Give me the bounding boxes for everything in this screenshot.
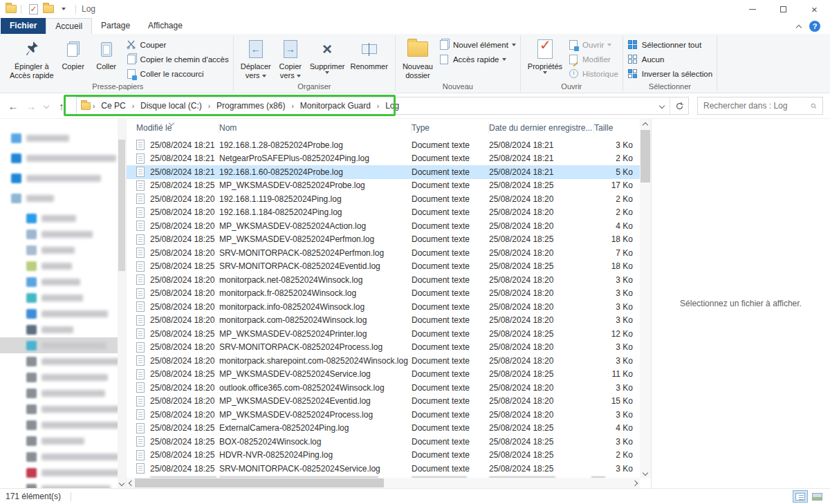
paste-shortcut-button[interactable]: Coller le raccourci — [126, 66, 229, 81]
close-button[interactable]: × — [799, 0, 830, 18]
file-row[interactable]: 25/08/2024 18:20monitorpack.sharepoint.c… — [127, 354, 640, 368]
sidebar-item[interactable] — [0, 465, 126, 480]
sidebar-item[interactable] — [0, 449, 126, 465]
address-bar[interactable]: ›Ce PC›Disque local (C:)›Programmes (x86… — [76, 97, 689, 115]
column-header-saved-date[interactable]: Date du dernier enregistre... — [489, 122, 594, 133]
file-row[interactable]: 25/08/2024 18:25BOX-08252024Winsock.logD… — [127, 435, 640, 449]
column-header-size[interactable]: Taille — [594, 122, 636, 133]
breadcrumb-segment[interactable]: Programmes (x86) — [212, 99, 289, 113]
quick-access-button[interactable]: Accès rapide — [439, 52, 516, 66]
file-row[interactable]: 25/08/2024 18:20monitorpack.net-08252024… — [127, 273, 640, 287]
edit-button[interactable]: Modifier — [568, 52, 618, 66]
qat-customize-button[interactable] — [56, 2, 71, 16]
sidebar-item[interactable] — [0, 242, 126, 258]
paste-button[interactable]: Coller — [90, 36, 123, 71]
sidebar-item[interactable] — [0, 150, 126, 166]
sidebar-item[interactable] — [0, 130, 126, 146]
sidebar-item[interactable] — [0, 480, 126, 488]
file-row[interactable]: 25/08/2024 18:20SRV-MONITORPACK-08252024… — [127, 341, 640, 355]
breadcrumb-segment[interactable]: Log — [381, 99, 403, 113]
copy-button[interactable]: Copier — [57, 36, 90, 71]
search-box[interactable] — [697, 97, 823, 115]
new-folder-button[interactable]: Nouveau dossier — [400, 36, 436, 80]
select-none-button[interactable]: Aucun — [627, 52, 712, 66]
tab-fichier[interactable]: Fichier — [1, 18, 46, 34]
sidebar-item[interactable] — [0, 258, 126, 274]
sidebar-item[interactable] — [0, 170, 126, 186]
list-vertical-scrollbar[interactable] — [640, 119, 651, 478]
file-row[interactable]: 25/08/2024 18:25HDVR-NVR-08252024Ping.lo… — [127, 449, 640, 463]
select-all-button[interactable]: Sélectionner tout — [627, 37, 712, 52]
breadcrumb-segment[interactable]: Monitorpack Guard — [296, 99, 375, 113]
tab-partage[interactable]: Partage — [92, 18, 139, 34]
scroll-down-button[interactable] — [640, 467, 651, 478]
scroll-down-button[interactable] — [118, 478, 126, 488]
scrollbar-thumb[interactable] — [640, 130, 650, 183]
copy-path-button[interactable]: Copier le chemin d'accès — [126, 52, 229, 66]
file-row[interactable]: 25/08/2024 18:20monitorpack.com-08252024… — [127, 314, 640, 328]
qat-new-folder-button[interactable] — [41, 2, 56, 16]
recent-locations-button[interactable] — [42, 98, 51, 113]
minimize-button[interactable] — [737, 0, 768, 18]
sidebar-item[interactable] — [0, 290, 126, 306]
column-header-modified[interactable]: Modifié le — [136, 122, 219, 133]
copy-to-button[interactable]: → Copier vers — [274, 36, 307, 80]
delete-button[interactable]: × Supprimer — [307, 36, 348, 74]
list-horizontal-scrollbar[interactable] — [127, 478, 640, 488]
sidebar-item[interactable] — [0, 337, 126, 353]
file-row[interactable]: 25/08/2024 18:25MP_WKSMASDEV-08252024Pro… — [127, 179, 640, 193]
qat-properties-button[interactable] — [26, 2, 41, 16]
back-button[interactable]: ← — [6, 98, 21, 113]
breadcrumb-segment[interactable]: Ce PC — [97, 99, 129, 113]
invert-selection-button[interactable]: Inverser la sélection — [627, 66, 712, 81]
sidebar-item[interactable] — [0, 306, 126, 321]
file-row[interactable]: 25/08/2024 18:20monitorpack.info-0825202… — [127, 300, 640, 314]
file-row[interactable]: 25/08/2024 18:21NetgearProSAFEPlus-08252… — [127, 152, 640, 166]
sidebar-item[interactable] — [0, 401, 126, 417]
sidebar-item[interactable] — [0, 190, 126, 206]
scroll-up-button[interactable] — [640, 119, 651, 129]
refresh-button[interactable] — [670, 102, 688, 111]
file-row[interactable]: 25/08/2024 18:20192.168.1.184-08252024Pi… — [127, 206, 640, 220]
ribbon-collapse-button[interactable] — [797, 20, 801, 32]
file-row[interactable]: 25/08/2024 18:25MP_WKSMASDEV-08252024Ser… — [127, 368, 640, 382]
file-row[interactable]: 25/08/2024 18:25MP_WKSMASDEV-08252024Per… — [127, 233, 640, 247]
tab-affichage[interactable]: Affichage — [139, 18, 192, 34]
file-row[interactable]: 25/08/2024 18:21192.168.1.28-08252024Pro… — [127, 138, 640, 152]
scroll-right-button[interactable] — [630, 478, 640, 488]
scrollbar-thumb[interactable] — [118, 140, 125, 271]
scrollbar-thumb[interactable] — [135, 478, 384, 487]
up-button[interactable]: ↑ — [54, 98, 69, 113]
move-to-button[interactable]: ← Déplacer vers — [238, 36, 274, 80]
tab-accueil[interactable]: Accueil — [46, 18, 92, 34]
cut-button[interactable]: Couper — [126, 37, 229, 52]
sidebar-item[interactable] — [0, 226, 126, 242]
sidebar-item[interactable] — [0, 369, 126, 385]
properties-button[interactable]: Propriétés — [525, 36, 565, 74]
file-row[interactable]: 25/08/2024 18:25SRV-MONITORPACK-08252024… — [127, 260, 640, 274]
sidebar-item[interactable] — [0, 353, 126, 369]
file-row[interactable]: 25/08/2024 18:25MP_WKSMASDEV-08252024Pri… — [127, 327, 640, 341]
file-row[interactable]: 25/08/2024 18:20192.168.1.119-08252024Pi… — [127, 192, 640, 206]
sidebar-item[interactable] — [0, 321, 126, 337]
file-row[interactable]: 25/08/2024 18:20MP_WKSMASDEV-08252024Act… — [127, 219, 640, 233]
forward-button[interactable]: → — [24, 98, 39, 113]
sidebar-item[interactable] — [0, 417, 126, 433]
history-button[interactable]: Historique — [568, 66, 618, 81]
help-button[interactable]: ? — [809, 21, 820, 32]
new-item-button[interactable]: Nouvel élément — [439, 37, 516, 52]
rename-button[interactable]: Renommer — [348, 36, 391, 71]
breadcrumb-segment[interactable]: Disque local (C:) — [136, 99, 206, 113]
open-button[interactable]: Ouvrir — [568, 37, 618, 52]
file-row[interactable]: 25/08/2024 18:20SRV-MONITORPACK-08252024… — [127, 246, 640, 260]
file-row[interactable]: 25/08/2024 18:21192.168.1.60-08252024Pro… — [127, 165, 640, 179]
address-dropdown-button[interactable] — [654, 104, 670, 108]
search-input[interactable] — [703, 101, 811, 111]
file-row[interactable]: 25/08/2024 18:20MP_WKSMASDEV-08252024Pro… — [127, 408, 640, 422]
sidebar-item[interactable] — [0, 385, 126, 401]
file-row[interactable]: 25/08/2024 18:20MP_WKSMASDEV-08252024Eve… — [127, 395, 640, 409]
file-row[interactable]: 25/08/2024 18:20outlook.office365.com-08… — [127, 381, 640, 395]
thumbnails-view-button[interactable] — [809, 490, 824, 503]
details-view-button[interactable] — [793, 490, 808, 503]
maximize-button[interactable] — [768, 0, 799, 18]
